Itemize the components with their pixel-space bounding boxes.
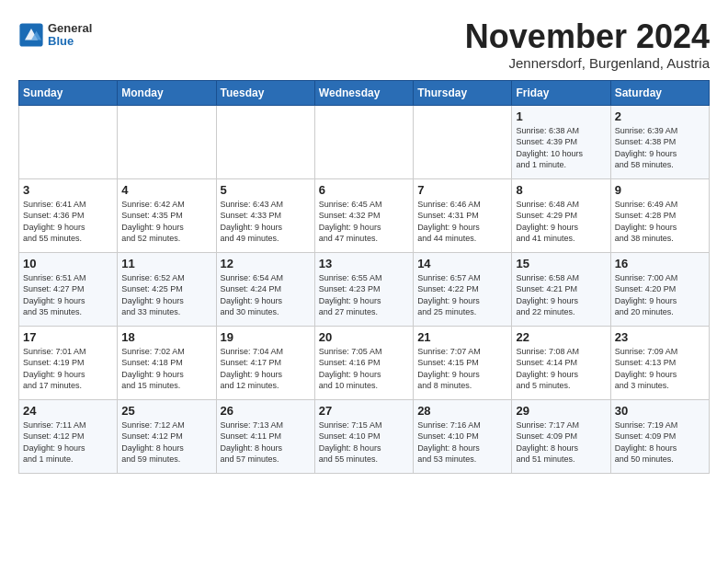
day-number: 15	[516, 257, 606, 270]
day-info: Sunrise: 7:15 AM Sunset: 4:10 PM Dayligh…	[319, 419, 409, 465]
day-info: Sunrise: 6:45 AM Sunset: 4:32 PM Dayligh…	[319, 199, 409, 245]
day-info: Sunrise: 7:02 AM Sunset: 4:18 PM Dayligh…	[121, 346, 211, 392]
day-number: 25	[121, 404, 211, 418]
day-cell: 21Sunrise: 7:07 AM Sunset: 4:15 PM Dayli…	[414, 326, 512, 399]
day-info: Sunrise: 6:54 AM Sunset: 4:24 PM Dayligh…	[221, 272, 311, 318]
day-cell: 25Sunrise: 7:12 AM Sunset: 4:12 PM Dayli…	[118, 399, 216, 473]
header-row: SundayMondayTuesdayWednesdayThursdayFrid…	[19, 80, 710, 105]
day-cell	[19, 105, 118, 178]
day-number: 8	[516, 183, 606, 197]
day-info: Sunrise: 7:00 AM Sunset: 4:20 PM Dayligh…	[615, 272, 705, 318]
header-cell-sunday: Sunday	[19, 80, 118, 105]
calendar-table: SundayMondayTuesdayWednesdayThursdayFrid…	[18, 80, 710, 474]
day-cell: 12Sunrise: 6:54 AM Sunset: 4:24 PM Dayli…	[216, 252, 314, 326]
day-number: 23	[615, 330, 705, 344]
header-cell-friday: Friday	[512, 80, 610, 105]
logo-text: General Blue	[48, 22, 92, 49]
day-number: 7	[417, 183, 507, 197]
day-number: 19	[221, 330, 311, 344]
day-number: 24	[23, 404, 113, 418]
day-cell: 27Sunrise: 7:15 AM Sunset: 4:10 PM Dayli…	[314, 399, 413, 473]
day-number: 12	[221, 257, 311, 270]
day-number: 18	[121, 330, 211, 344]
day-info: Sunrise: 6:49 AM Sunset: 4:28 PM Dayligh…	[615, 199, 705, 245]
day-info: Sunrise: 6:43 AM Sunset: 4:33 PM Dayligh…	[221, 199, 311, 245]
day-number: 26	[221, 404, 311, 418]
day-number: 28	[417, 404, 507, 418]
day-info: Sunrise: 6:48 AM Sunset: 4:29 PM Dayligh…	[516, 199, 606, 245]
day-cell: 9Sunrise: 6:49 AM Sunset: 4:28 PM Daylig…	[610, 178, 709, 252]
month-title: November 2024	[465, 18, 710, 55]
day-info: Sunrise: 7:13 AM Sunset: 4:11 PM Dayligh…	[221, 419, 311, 465]
day-cell: 16Sunrise: 7:00 AM Sunset: 4:20 PM Dayli…	[610, 252, 709, 326]
day-number: 6	[319, 183, 409, 197]
header-cell-saturday: Saturday	[610, 80, 709, 105]
day-cell: 7Sunrise: 6:46 AM Sunset: 4:31 PM Daylig…	[414, 178, 512, 252]
day-cell: 26Sunrise: 7:13 AM Sunset: 4:11 PM Dayli…	[216, 399, 314, 473]
day-cell: 8Sunrise: 6:48 AM Sunset: 4:29 PM Daylig…	[512, 178, 610, 252]
day-number: 10	[23, 257, 113, 270]
day-number: 16	[615, 257, 705, 270]
day-info: Sunrise: 6:42 AM Sunset: 4:35 PM Dayligh…	[121, 199, 211, 245]
day-cell: 4Sunrise: 6:42 AM Sunset: 4:35 PM Daylig…	[118, 178, 216, 252]
day-number: 21	[417, 330, 507, 344]
week-row-3: 10Sunrise: 6:51 AM Sunset: 4:27 PM Dayli…	[19, 252, 710, 326]
day-number: 29	[516, 404, 606, 418]
logo-general-text: General	[48, 22, 92, 35]
day-cell: 18Sunrise: 7:02 AM Sunset: 4:18 PM Dayli…	[118, 326, 216, 399]
day-info: Sunrise: 6:46 AM Sunset: 4:31 PM Dayligh…	[417, 199, 507, 245]
day-info: Sunrise: 7:12 AM Sunset: 4:12 PM Dayligh…	[121, 419, 211, 465]
location-subtitle: Jennersdorf, Burgenland, Austria	[465, 55, 710, 71]
day-info: Sunrise: 6:39 AM Sunset: 4:38 PM Dayligh…	[615, 125, 705, 171]
day-cell	[118, 105, 216, 178]
day-number: 27	[319, 404, 409, 418]
page-header: General Blue November 2024 Jennersdorf, …	[18, 18, 710, 71]
day-cell: 6Sunrise: 6:45 AM Sunset: 4:32 PM Daylig…	[314, 178, 413, 252]
header-cell-thursday: Thursday	[414, 80, 512, 105]
logo: General Blue	[18, 22, 92, 49]
day-number: 5	[221, 183, 311, 197]
header-cell-monday: Monday	[118, 80, 216, 105]
day-cell: 5Sunrise: 6:43 AM Sunset: 4:33 PM Daylig…	[216, 178, 314, 252]
day-number: 22	[516, 330, 606, 344]
day-number: 13	[319, 257, 409, 270]
day-info: Sunrise: 6:58 AM Sunset: 4:21 PM Dayligh…	[516, 272, 606, 318]
day-number: 1	[516, 109, 606, 123]
day-cell: 19Sunrise: 7:04 AM Sunset: 4:17 PM Dayli…	[216, 326, 314, 399]
day-number: 11	[121, 257, 211, 270]
title-area: November 2024 Jennersdorf, Burgenland, A…	[465, 18, 710, 71]
day-info: Sunrise: 7:09 AM Sunset: 4:13 PM Dayligh…	[615, 346, 705, 392]
day-cell: 14Sunrise: 6:57 AM Sunset: 4:22 PM Dayli…	[414, 252, 512, 326]
day-cell	[414, 105, 512, 178]
day-cell: 13Sunrise: 6:55 AM Sunset: 4:23 PM Dayli…	[314, 252, 413, 326]
day-info: Sunrise: 7:17 AM Sunset: 4:09 PM Dayligh…	[516, 419, 606, 465]
day-cell: 22Sunrise: 7:08 AM Sunset: 4:14 PM Dayli…	[512, 326, 610, 399]
day-info: Sunrise: 7:19 AM Sunset: 4:09 PM Dayligh…	[615, 419, 705, 465]
header-cell-tuesday: Tuesday	[216, 80, 314, 105]
day-info: Sunrise: 6:55 AM Sunset: 4:23 PM Dayligh…	[319, 272, 409, 318]
day-number: 17	[23, 330, 113, 344]
day-number: 2	[615, 109, 705, 123]
day-cell: 3Sunrise: 6:41 AM Sunset: 4:36 PM Daylig…	[19, 178, 118, 252]
day-info: Sunrise: 7:01 AM Sunset: 4:19 PM Dayligh…	[23, 346, 113, 392]
week-row-5: 24Sunrise: 7:11 AM Sunset: 4:12 PM Dayli…	[19, 399, 710, 473]
day-cell: 10Sunrise: 6:51 AM Sunset: 4:27 PM Dayli…	[19, 252, 118, 326]
day-info: Sunrise: 6:38 AM Sunset: 4:39 PM Dayligh…	[516, 125, 606, 171]
day-number: 14	[417, 257, 507, 270]
day-info: Sunrise: 7:04 AM Sunset: 4:17 PM Dayligh…	[221, 346, 311, 392]
day-cell: 11Sunrise: 6:52 AM Sunset: 4:25 PM Dayli…	[118, 252, 216, 326]
day-cell: 29Sunrise: 7:17 AM Sunset: 4:09 PM Dayli…	[512, 399, 610, 473]
day-cell: 17Sunrise: 7:01 AM Sunset: 4:19 PM Dayli…	[19, 326, 118, 399]
day-cell: 2Sunrise: 6:39 AM Sunset: 4:38 PM Daylig…	[610, 105, 709, 178]
week-row-2: 3Sunrise: 6:41 AM Sunset: 4:36 PM Daylig…	[19, 178, 710, 252]
logo-blue-text: Blue	[48, 35, 92, 48]
day-cell: 20Sunrise: 7:05 AM Sunset: 4:16 PM Dayli…	[314, 326, 413, 399]
header-cell-wednesday: Wednesday	[314, 80, 413, 105]
day-info: Sunrise: 7:07 AM Sunset: 4:15 PM Dayligh…	[417, 346, 507, 392]
day-number: 30	[615, 404, 705, 418]
week-row-4: 17Sunrise: 7:01 AM Sunset: 4:19 PM Dayli…	[19, 326, 710, 399]
week-row-1: 1Sunrise: 6:38 AM Sunset: 4:39 PM Daylig…	[19, 105, 710, 178]
day-info: Sunrise: 7:16 AM Sunset: 4:10 PM Dayligh…	[417, 419, 507, 465]
day-number: 3	[23, 183, 113, 197]
day-cell: 24Sunrise: 7:11 AM Sunset: 4:12 PM Dayli…	[19, 399, 118, 473]
